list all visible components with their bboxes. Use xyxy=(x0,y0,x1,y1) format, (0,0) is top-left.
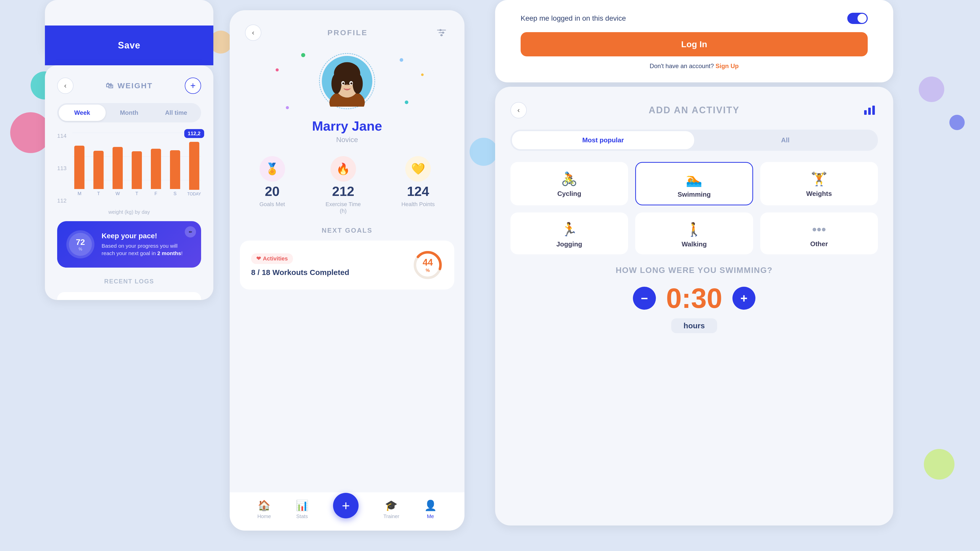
activity-other[interactable]: ••• Other xyxy=(760,213,878,254)
goals-card: ❤ Activities 8 / 18 Workouts Completed 4… xyxy=(240,241,454,289)
confetti-pink xyxy=(275,68,279,71)
activities-badge: ❤ Activities xyxy=(251,253,293,264)
duration-value: 0:30 xyxy=(666,284,722,312)
duration-minus-button[interactable]: − xyxy=(633,287,656,310)
svg-rect-20 xyxy=(868,108,871,115)
progress-circle: 72 % xyxy=(66,230,94,259)
jogging-icon: 🏃 xyxy=(561,222,578,237)
bar-t2 xyxy=(132,151,142,189)
login-panel: Keep me logged in on this device Log In … xyxy=(495,0,893,83)
stats-row: 🏅 20 Goals Met 🔥 212 Exercise Time (h) 💛… xyxy=(230,144,465,214)
activities-badge-label: Activities xyxy=(263,256,288,262)
filter-icon xyxy=(435,27,448,39)
swimming-label: Swimming xyxy=(678,191,711,198)
chart-bars-icon xyxy=(864,105,876,115)
bar-w xyxy=(113,147,123,189)
bar-col-today: 112,2 TODAY xyxy=(187,142,201,197)
bar-today: 112,2 xyxy=(189,142,199,190)
svg-point-16 xyxy=(350,83,352,84)
svg-rect-21 xyxy=(872,106,875,115)
profile-back-button[interactable]: ‹ xyxy=(245,24,261,41)
activity-walking[interactable]: 🚶 Walking xyxy=(635,213,753,254)
bar-col-t2: T xyxy=(130,151,144,197)
profile-panel: ‹ PROFILE xyxy=(230,10,465,530)
login-button[interactable]: Log In xyxy=(520,32,868,56)
svg-point-5 xyxy=(441,34,442,36)
activity-back-button[interactable]: ‹ xyxy=(511,102,527,118)
deco-circle-navy xyxy=(950,115,965,130)
bar-label-w: W xyxy=(116,191,120,197)
activity-weights[interactable]: 🏋 Weights xyxy=(760,162,878,205)
keep-logged-toggle[interactable] xyxy=(847,13,868,24)
weight-title: 🛍 WEIGHT xyxy=(106,81,153,90)
tab-alltime[interactable]: All time xyxy=(153,105,200,121)
bar-label-t2: T xyxy=(135,191,138,197)
health-icon-circle: 💛 xyxy=(405,156,431,182)
svg-rect-19 xyxy=(864,110,867,115)
walking-icon: 🚶 xyxy=(686,222,702,237)
weight-add-button[interactable]: + xyxy=(185,78,201,94)
duration-unit: hours xyxy=(671,318,717,333)
activity-cycling[interactable]: 🚴 Cycling xyxy=(511,162,628,205)
bar-label-s: S xyxy=(173,191,177,197)
nav-me[interactable]: 👤 Me xyxy=(424,499,437,519)
weights-label: Weights xyxy=(806,190,832,198)
bar-col-s: S xyxy=(168,150,182,197)
filter-tabs: Most popular All xyxy=(511,130,878,151)
cycling-label: Cycling xyxy=(557,190,581,198)
bar-col-m: M xyxy=(73,146,86,197)
jogging-label: Jogging xyxy=(556,240,582,248)
save-button[interactable]: Save xyxy=(45,25,213,65)
svg-point-11 xyxy=(331,73,342,94)
bar-s xyxy=(170,150,180,189)
profile-settings-button[interactable] xyxy=(434,25,449,40)
deco-circle-blue xyxy=(469,138,498,166)
bar-col-t1: T xyxy=(92,151,106,197)
filter-all[interactable]: All xyxy=(694,131,877,149)
nav-home[interactable]: 🏠 Home xyxy=(257,499,271,519)
progress-text: Keep your pace! Based on your progress y… xyxy=(102,232,192,257)
goals-met-icon-circle: 🏅 xyxy=(259,156,285,182)
progress-edit-button[interactable]: ✏ xyxy=(185,226,196,238)
nav-trainer[interactable]: 🎓 Trainer xyxy=(383,499,399,519)
activity-header: ‹ ADD AN ACTIVITY xyxy=(511,102,878,118)
toggle-knob xyxy=(858,14,867,23)
nav-log-fab[interactable]: + xyxy=(333,493,359,518)
activity-title: ADD AN ACTIVITY xyxy=(649,105,740,116)
bar-m xyxy=(74,146,84,189)
tab-month[interactable]: Month xyxy=(106,105,153,121)
donut-progress: 44 % xyxy=(412,250,443,280)
weight-chart: 114 113 112 M T W T xyxy=(57,133,201,204)
weight-back-button[interactable]: ‹ xyxy=(57,78,73,94)
weight-panel: ‹ 🛍 WEIGHT + Week Month All time 114 113… xyxy=(45,65,213,300)
other-icon: ••• xyxy=(812,222,826,237)
nav-stats-label: Stats xyxy=(296,513,308,519)
nav-me-label: Me xyxy=(427,513,434,519)
duration-title: HOW LONG WERE YOU SWIMMING? xyxy=(511,265,878,275)
progress-pct: % xyxy=(79,247,82,251)
duration-plus-button[interactable]: + xyxy=(732,287,756,310)
activity-swimming[interactable]: 🏊 Swimming xyxy=(635,162,753,205)
tab-week[interactable]: Week xyxy=(59,105,106,121)
activity-chart-button[interactable] xyxy=(862,102,878,118)
signup-link[interactable]: Sign Up xyxy=(716,62,739,69)
goals-workouts-text: 8 / 18 Workouts Completed xyxy=(251,268,349,277)
walking-label: Walking xyxy=(682,240,707,248)
stat-goals-met: 🏅 20 Goals Met xyxy=(259,156,285,214)
chart-footer: weight (kg) by day xyxy=(57,209,201,215)
y-label-113: 113 xyxy=(57,165,67,171)
nav-stats[interactable]: 📊 Stats xyxy=(296,499,309,519)
nav-trainer-label: Trainer xyxy=(383,513,399,519)
goals-met-label: Goals Met xyxy=(259,201,285,208)
filter-most-popular[interactable]: Most popular xyxy=(512,131,694,149)
confetti-yellow xyxy=(421,73,424,76)
chart-bars: M T W T F S xyxy=(73,133,201,197)
svg-point-4 xyxy=(442,32,444,34)
weight-header: ‹ 🛍 WEIGHT + xyxy=(57,78,201,94)
progress-title: Keep your pace! xyxy=(102,232,192,240)
confetti-blue xyxy=(400,58,403,62)
activity-panel: ‹ ADD AN ACTIVITY Most popular All 🚴 Cyc… xyxy=(495,87,893,526)
activity-jogging[interactable]: 🏃 Jogging xyxy=(511,213,628,254)
me-icon: 👤 xyxy=(424,499,437,511)
activity-grid: 🚴 Cycling 🏊 Swimming 🏋 Weights 🏃 Jogging… xyxy=(511,162,878,254)
